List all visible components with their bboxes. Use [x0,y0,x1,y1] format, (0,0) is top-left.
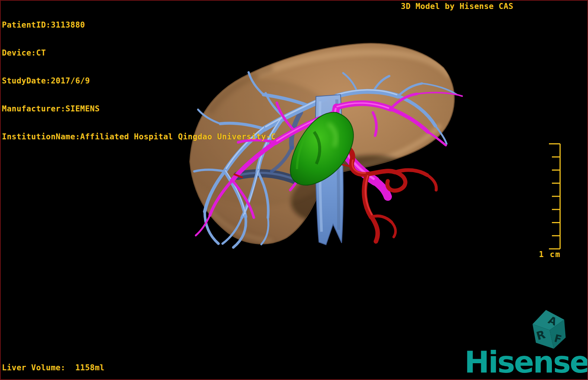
watermark-label: 3D Model by Hisense CAS [401,2,513,11]
hisense-logo: Hisense [464,345,588,380]
3d-viewer-window: PatientID:3113880 Device:CT StudyDate:20… [0,0,588,380]
liver-volume-label: Liver Volume: 1158ml [2,363,105,373]
metadata-manufacturer: Manufacturer:SIEMENS [2,104,276,114]
metadata-institution: InstitutionName:Affiliated Hospital Qing… [2,132,276,142]
metadata-device: Device:CT [2,48,276,58]
scale-bar: 1 cm [537,142,578,261]
metadata-patient-id: PatientID:3113880 [2,20,276,30]
scale-bar-ruler [549,144,560,249]
scale-bar-label: 1 cm [539,250,561,259]
metadata-study-date: StudyDate:2017/6/9 [2,76,276,86]
dicom-metadata-block: PatientID:3113880 Device:CT StudyDate:20… [2,2,276,160]
